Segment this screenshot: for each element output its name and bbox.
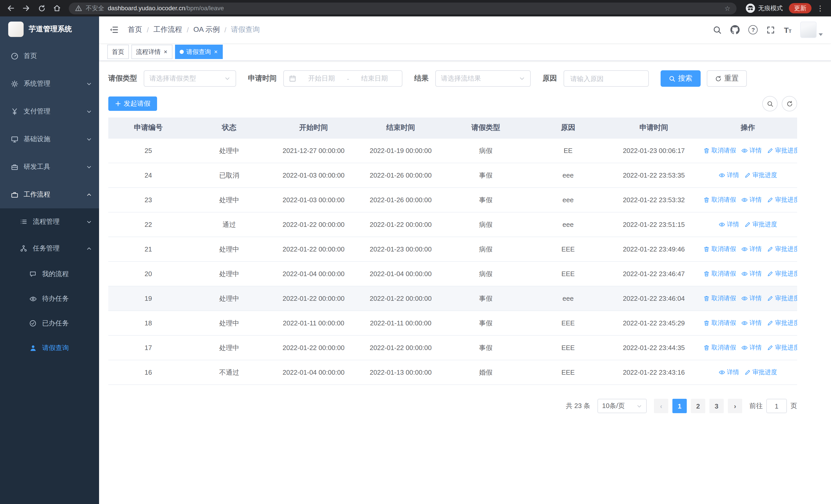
avatar[interactable]	[800, 22, 816, 38]
apply-time-label: 申请时间	[248, 74, 277, 83]
list-icon	[20, 217, 28, 226]
refresh-table-button[interactable]	[782, 96, 797, 111]
sidebar-item-devtools[interactable]: 研发工具	[0, 153, 99, 181]
detail-link[interactable]: 详情	[741, 195, 762, 204]
tab-process-detail[interactable]: 流程详情 ×	[132, 45, 172, 59]
header-search-icon[interactable]	[713, 25, 722, 34]
sidebar-item-leave-query[interactable]: 请假查询	[0, 336, 99, 360]
browser-menu-icon[interactable]: ⋮	[813, 4, 827, 12]
toolbox-icon	[10, 163, 19, 171]
cancel-leave-link[interactable]: 取消请假	[703, 294, 736, 302]
prev-page-icon[interactable]: ‹	[654, 399, 668, 413]
sidebar-item-todo-tasks[interactable]: 待办任务	[0, 287, 99, 311]
reset-button[interactable]: 重置	[707, 70, 747, 87]
browser-back-icon[interactable]	[4, 2, 18, 15]
tab-leave-query[interactable]: 请假查询 ×	[175, 45, 223, 59]
breadcrumb-oa-example[interactable]: OA 示例	[194, 25, 220, 34]
page-button-1[interactable]: 1	[672, 399, 687, 413]
show-search-button[interactable]	[762, 96, 778, 111]
table-header-row: 申请编号 状态 开始时间 结束时间 请假类型 原因 申请时间 操作	[108, 118, 797, 138]
user-menu[interactable]	[800, 22, 823, 38]
help-icon[interactable]: ?	[749, 25, 758, 34]
detail-link[interactable]: 详情	[719, 171, 739, 179]
cell-apply-id: 18	[108, 311, 188, 335]
result-select[interactable]: 请选择流结果	[435, 70, 531, 87]
detail-link[interactable]: 详情	[741, 244, 762, 253]
progress-link[interactable]: 审批进度	[767, 294, 797, 302]
create-leave-button[interactable]: 发起请假	[108, 96, 157, 111]
apply-time-range-picker[interactable]: 开始日期 - 结束日期	[283, 70, 402, 87]
font-size-icon[interactable]: TT	[784, 26, 792, 34]
cell-leave-type: 事假	[445, 286, 527, 311]
cancel-leave-link[interactable]: 取消请假	[703, 195, 736, 204]
progress-link[interactable]: 审批进度	[744, 368, 777, 377]
sidebar-toggle-icon[interactable]	[107, 25, 121, 34]
browser-forward-icon[interactable]	[20, 2, 33, 15]
leave-type-select[interactable]: 请选择请假类型	[144, 70, 236, 87]
breadcrumb-workflow[interactable]: 工作流程	[153, 25, 182, 34]
cell-apply-time: 2022-01-22 23:45:29	[609, 311, 698, 335]
cell-status: 不通过	[188, 360, 270, 385]
cell-start-time: 2022-01-04 00:00:00	[270, 262, 357, 286]
reason-input[interactable]	[569, 74, 643, 83]
breadcrumb-home[interactable]: 首页	[128, 25, 142, 34]
progress-link[interactable]: 审批进度	[744, 171, 777, 179]
detail-link[interactable]: 详情	[741, 343, 762, 352]
cancel-leave-link[interactable]: 取消请假	[703, 343, 736, 352]
cancel-leave-link[interactable]: 取消请假	[703, 244, 736, 253]
sidebar-item-my-process[interactable]: 我的流程	[0, 262, 99, 287]
github-icon[interactable]	[730, 25, 740, 34]
chevron-down-icon	[86, 136, 92, 142]
search-button[interactable]: 搜索	[661, 70, 700, 87]
incognito-icon	[746, 4, 755, 13]
sidebar-item-payment[interactable]: 支付管理	[0, 97, 99, 125]
goto-unit-label: 页	[791, 402, 797, 411]
progress-link[interactable]: 审批进度	[744, 220, 777, 229]
progress-link[interactable]: 审批进度	[767, 146, 797, 155]
sidebar-item-done-tasks[interactable]: 已办任务	[0, 311, 99, 336]
end-date-placeholder: 结束日期	[352, 74, 397, 83]
cancel-leave-link[interactable]: 取消请假	[703, 269, 736, 278]
page-size-select[interactable]: 10条/页	[598, 399, 647, 413]
progress-link[interactable]: 审批进度	[767, 343, 797, 352]
cell-apply-id: 23	[108, 187, 188, 212]
sidebar-item-system[interactable]: 系统管理	[0, 70, 99, 97]
detail-link[interactable]: 详情	[741, 269, 762, 278]
cell-leave-type: 事假	[445, 187, 527, 212]
page-button-3[interactable]: 3	[709, 399, 724, 413]
bookmark-star-icon[interactable]: ☆	[724, 4, 730, 12]
progress-link[interactable]: 审批进度	[767, 269, 797, 278]
cancel-leave-link[interactable]: 取消请假	[703, 146, 736, 155]
sidebar-item-home[interactable]: 首页	[0, 42, 99, 70]
tab-home[interactable]: 首页	[107, 45, 129, 59]
chat-bubble-icon	[29, 270, 37, 278]
page-button-2[interactable]: 2	[691, 399, 705, 413]
detail-link[interactable]: 详情	[719, 368, 739, 377]
detail-link[interactable]: 详情	[741, 294, 762, 302]
sidebar-item-infrastructure[interactable]: 基础设施	[0, 125, 99, 153]
detail-link[interactable]: 详情	[719, 220, 739, 229]
progress-link[interactable]: 审批进度	[767, 195, 797, 204]
cancel-leave-link[interactable]: 取消请假	[703, 319, 736, 327]
close-icon[interactable]: ×	[213, 49, 218, 55]
address-bar[interactable]: 不安全 dashboard.yudao.iocoder.cn/bpm/oa/le…	[69, 2, 737, 14]
progress-link[interactable]: 审批进度	[767, 319, 797, 327]
close-icon[interactable]: ×	[163, 49, 168, 55]
browser-update-button[interactable]: 更新	[789, 3, 811, 13]
page-url: dashboard.yudao.iocoder.cn/bpm/oa/leave	[108, 5, 224, 12]
sidebar-item-task-management[interactable]: 任务管理	[0, 235, 99, 262]
fullscreen-icon[interactable]	[767, 25, 775, 34]
yen-icon	[10, 107, 19, 116]
detail-link[interactable]: 详情	[741, 319, 762, 327]
next-page-icon[interactable]: ›	[728, 399, 742, 413]
col-end-time: 结束时间	[357, 118, 445, 138]
progress-link[interactable]: 审批进度	[767, 244, 797, 253]
cell-end-time: 2022-01-11 00:00:00	[357, 311, 445, 335]
col-reason: 原因	[527, 118, 609, 138]
browser-home-icon[interactable]	[50, 2, 64, 15]
sidebar-item-process-management[interactable]: 流程管理	[0, 208, 99, 235]
goto-page-input[interactable]	[766, 399, 787, 413]
browser-refresh-icon[interactable]	[35, 2, 48, 15]
detail-link[interactable]: 详情	[741, 146, 762, 155]
sidebar-item-workflow[interactable]: 工作流程	[0, 181, 99, 208]
